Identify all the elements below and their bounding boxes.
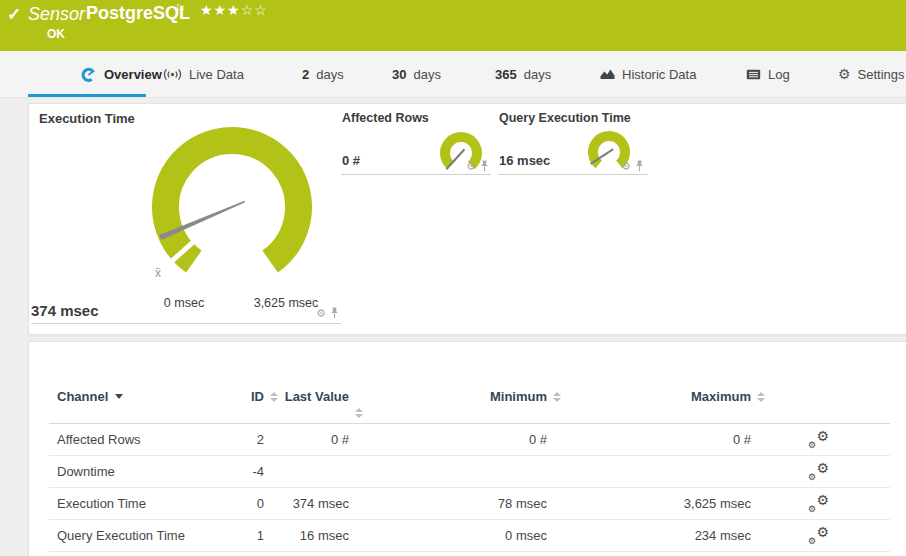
primary-gauge-value: 374 msec xyxy=(31,302,99,319)
affected-rows-actions: ⚙ xyxy=(466,160,489,172)
pin-icon[interactable] xyxy=(330,307,339,319)
log-list-icon xyxy=(746,69,761,80)
channel-last-value: 374 msec xyxy=(264,496,349,511)
query-execution-time-divider xyxy=(498,174,648,175)
channel-minimum: 78 msec xyxy=(349,496,547,511)
channel-maximum: 3,625 msec xyxy=(547,496,751,511)
channel-gear-icon[interactable]: ⚙ xyxy=(466,161,476,172)
tab-settings[interactable]: ⚙ Settings xyxy=(838,51,905,97)
settings-gear-icon: ⚙ xyxy=(838,67,851,81)
tab-log-label: Log xyxy=(768,67,790,82)
affected-rows-value: 0 # xyxy=(342,153,360,168)
sensor-status-badge: OK xyxy=(47,27,65,41)
channel-gear-icon[interactable]: ⚙ xyxy=(316,308,326,319)
live-data-icon xyxy=(163,68,182,81)
channel-id: 2 xyxy=(214,432,264,447)
primary-tile-actions: ⚙ xyxy=(316,307,339,319)
column-header-id[interactable]: ID xyxy=(214,389,264,405)
sensor-header-bar: ✓ Sensor PostgreSQL ⚐ ★★★☆☆ OK xyxy=(0,0,906,51)
channel-maximum: 234 msec xyxy=(547,528,751,543)
channel-maximum: 0 # xyxy=(547,432,751,447)
pin-icon[interactable] xyxy=(635,160,644,172)
execution-time-gauge: x̄ 0 msec 3,625 msec xyxy=(132,107,332,312)
channel-id: 1 xyxy=(214,528,264,543)
channel-minimum: 0 # xyxy=(349,432,547,447)
historic-chart-icon xyxy=(600,68,615,80)
tab-30-days[interactable]: 30 days xyxy=(392,51,441,97)
tab-log[interactable]: Log xyxy=(746,51,790,97)
channel-id: 0 xyxy=(214,496,264,511)
channel-name: Execution Time xyxy=(49,496,214,511)
primary-tile-divider xyxy=(31,323,341,324)
channel-settings-icon[interactable]: ⚙⚙ xyxy=(807,463,829,481)
status-ok-check-icon: ✓ xyxy=(7,4,21,25)
query-execution-time-title: Query Execution Time xyxy=(499,111,631,125)
channel-name: Query Execution Time xyxy=(49,528,214,543)
channel-last-value: 16 msec xyxy=(264,528,349,543)
gauge-average-marker: x̄ xyxy=(155,266,161,280)
tab-live-data[interactable]: Live Data xyxy=(163,51,244,97)
table-row: Execution Time 0 374 msec 78 msec 3,625 … xyxy=(49,488,890,520)
sensor-kind-label: Sensor xyxy=(28,4,85,25)
tab-overview-label: Overview xyxy=(104,67,162,82)
tab-settings-label: Settings xyxy=(858,67,905,82)
tab-live-data-label: Live Data xyxy=(189,67,244,82)
channel-last-value: 0 # xyxy=(264,432,349,447)
table-row: Query Execution Time 1 16 msec 0 msec 23… xyxy=(49,520,890,552)
primary-gauge-title: Execution Time xyxy=(39,111,135,126)
table-row: Downtime -4 ⚙⚙ xyxy=(49,456,890,488)
channel-gear-icon[interactable]: ⚙ xyxy=(621,161,631,172)
channel-settings-icon[interactable]: ⚙⚙ xyxy=(807,431,829,449)
tab-bar: Overview Live Data 2 days 30 days 365 da… xyxy=(0,51,906,98)
tab-2-days[interactable]: 2 days xyxy=(302,51,344,97)
table-row: Affected Rows 2 0 # 0 # 0 # ⚙⚙ xyxy=(49,424,890,456)
channel-table: Channel ID Last Value Minimum Maximum Af… xyxy=(49,342,890,552)
channel-settings-icon[interactable]: ⚙⚙ xyxy=(807,495,829,513)
column-header-channel[interactable]: Channel xyxy=(49,389,214,405)
sort-toggle-icon xyxy=(757,392,765,402)
channel-name: Affected Rows xyxy=(49,432,214,447)
flag-icon[interactable]: ⚐ xyxy=(175,2,186,16)
tab-historic-data-label: Historic Data xyxy=(622,67,696,82)
tab-365-days[interactable]: 365 days xyxy=(495,51,551,97)
tab-historic-data[interactable]: Historic Data xyxy=(600,51,696,97)
channels-panel: Channel ID Last Value Minimum Maximum Af… xyxy=(28,341,906,556)
pin-icon[interactable] xyxy=(480,160,489,172)
gauges-panel: Execution Time x̄ 0 msec 3,625 msec 374 … xyxy=(28,103,906,335)
channel-minimum: 0 msec xyxy=(349,528,547,543)
gauge-overview-icon xyxy=(80,67,97,82)
table-header-row: Channel ID Last Value Minimum Maximum xyxy=(49,342,890,424)
column-header-minimum[interactable]: Minimum xyxy=(349,389,547,405)
gauge-max-label: 3,625 msec xyxy=(254,296,319,310)
query-execution-time-value: 16 msec xyxy=(499,153,550,168)
gauge-min-label: 0 msec xyxy=(164,296,204,310)
sort-toggle-icon xyxy=(355,408,363,418)
column-header-maximum[interactable]: Maximum xyxy=(547,389,751,405)
sort-desc-icon xyxy=(115,394,123,399)
channel-id: -4 xyxy=(214,464,264,479)
tab-overview[interactable]: Overview xyxy=(80,51,162,97)
priority-stars[interactable]: ★★★☆☆ xyxy=(200,2,268,18)
channel-name: Downtime xyxy=(49,464,214,479)
channel-settings-icon[interactable]: ⚙⚙ xyxy=(807,527,829,545)
affected-rows-divider xyxy=(341,174,491,175)
column-header-last-value[interactable]: Last Value xyxy=(264,389,349,405)
query-execution-time-actions: ⚙ xyxy=(621,160,644,172)
affected-rows-title: Affected Rows xyxy=(342,111,429,125)
active-tab-underline xyxy=(28,94,146,97)
